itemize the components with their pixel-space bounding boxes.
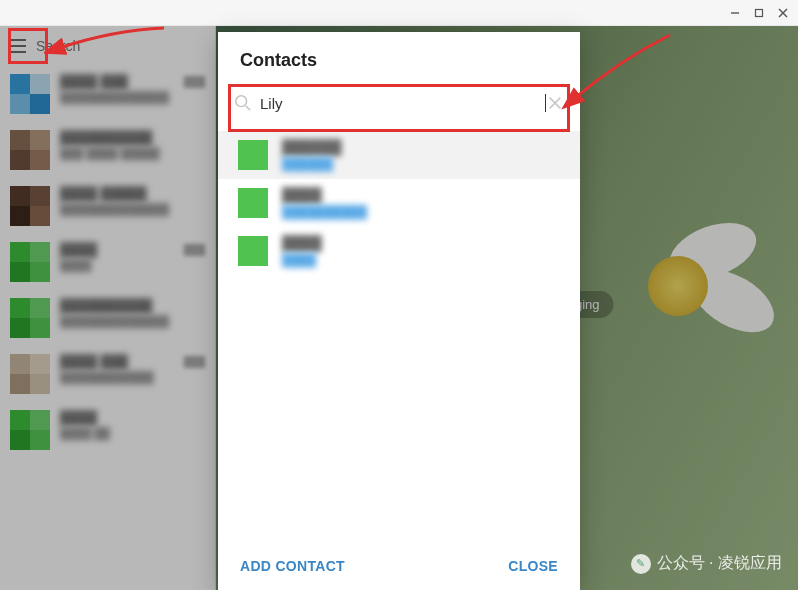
contact-status: ████: [282, 253, 322, 267]
contact-avatar: [238, 140, 268, 170]
contact-status: ██████████: [282, 205, 367, 219]
window-minimize-button[interactable]: [724, 4, 746, 22]
add-contact-button[interactable]: ADD CONTACT: [240, 558, 345, 574]
watermark-text: 公众号 · 凌锐应用: [657, 553, 782, 574]
contact-status: ██████: [282, 157, 342, 171]
contact-avatar: [238, 188, 268, 218]
contact-result-item[interactable]: ████████████: [218, 131, 580, 179]
search-icon: [234, 94, 252, 112]
contacts-dialog: Contacts ███████████████████████████████…: [218, 32, 580, 590]
window-titlebar: [0, 0, 798, 26]
contact-name: ██████: [282, 139, 342, 155]
window-maximize-button[interactable]: [748, 4, 770, 22]
contacts-results-list: ██████████████████████████████████: [218, 131, 580, 544]
contact-name: ████: [282, 235, 322, 251]
clear-search-icon[interactable]: [546, 94, 564, 112]
close-dialog-button[interactable]: CLOSE: [508, 558, 558, 574]
svg-point-7: [236, 96, 247, 107]
dialog-title: Contacts: [218, 32, 580, 83]
contact-avatar: [238, 236, 268, 266]
svg-rect-1: [756, 9, 763, 16]
contacts-search-input[interactable]: [260, 95, 546, 112]
window-close-button[interactable]: [772, 4, 794, 22]
dialog-search-row: [230, 83, 568, 123]
contact-name: ████: [282, 187, 367, 203]
watermark: ✎ 公众号 · 凌锐应用: [631, 553, 782, 574]
svg-line-8: [246, 106, 251, 111]
watermark-icon: ✎: [631, 554, 651, 574]
contact-result-item[interactable]: ██████████████: [218, 179, 580, 227]
contact-result-item[interactable]: ████████: [218, 227, 580, 275]
